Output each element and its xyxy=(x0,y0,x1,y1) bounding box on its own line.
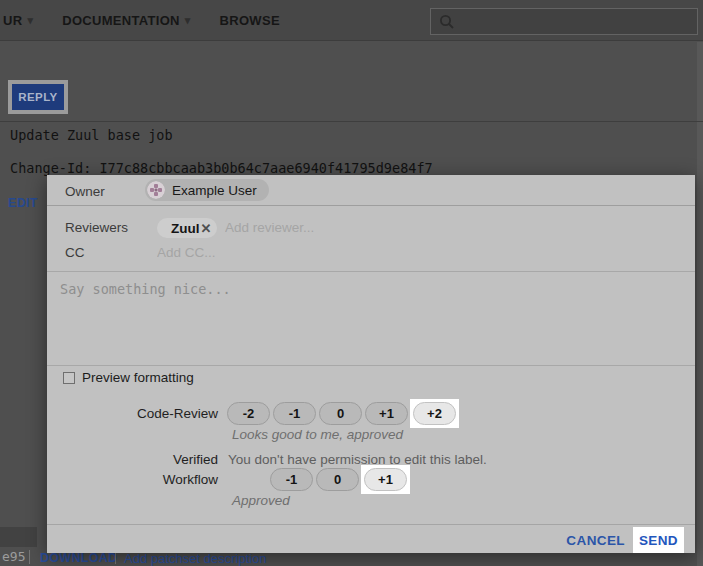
code-review-description: Looks good to me, approved xyxy=(232,427,403,442)
divider xyxy=(0,121,703,122)
add-patchset-description-link[interactable]: Add patchset description xyxy=(124,551,266,566)
preview-formatting-label: Preview formatting xyxy=(82,370,194,385)
reply-button[interactable]: REPLY xyxy=(12,84,64,110)
workflow-buttons: -1 0 +1 xyxy=(270,468,409,491)
send-button[interactable]: SEND xyxy=(639,533,678,548)
code-review-label: Code-Review xyxy=(47,406,218,421)
code-review-buttons: -2 -1 0 +1 +2 xyxy=(227,402,458,425)
cc-label: CC xyxy=(65,245,85,260)
verified-permission-message: You don't have permission to edit this l… xyxy=(228,452,487,467)
divider xyxy=(29,550,30,564)
verified-label: Verified xyxy=(47,452,218,467)
nav-item-ur[interactable]: UR ▾ xyxy=(3,13,33,28)
nav-item-label: BROWSE xyxy=(220,13,280,28)
commit-title: Update Zuul base job xyxy=(10,127,173,143)
search-icon xyxy=(439,14,455,30)
page-footer-block xyxy=(0,527,37,547)
edit-link[interactable]: EDIT xyxy=(8,196,38,210)
chevron-down-icon: ▾ xyxy=(185,15,191,26)
search-box[interactable] xyxy=(430,8,698,35)
preview-formatting-checkbox[interactable] xyxy=(63,372,75,384)
code-review-minus1-button[interactable]: -1 xyxy=(273,402,316,425)
close-icon[interactable]: ✕ xyxy=(201,221,212,236)
code-review-plus1-button[interactable]: +1 xyxy=(365,402,408,425)
code-review-zero-button[interactable]: 0 xyxy=(319,402,362,425)
workflow-label: Workflow xyxy=(47,472,218,487)
download-link[interactable]: DOWNLOAD xyxy=(40,551,117,565)
nav-item-label: DOCUMENTATION xyxy=(62,13,180,28)
nav-item-browse[interactable]: BROWSE xyxy=(220,13,280,28)
reviewer-chip[interactable]: Zuul ✕ xyxy=(157,218,217,238)
nav-item-documentation[interactable]: DOCUMENTATION ▾ xyxy=(62,13,190,28)
workflow-plus1-button[interactable]: +1 xyxy=(364,468,407,491)
nav-item-label: UR xyxy=(3,13,22,28)
reply-dialog: Owner Example User Reviewers Zuul ✕ CC P… xyxy=(47,175,695,553)
owner-name: Example User xyxy=(172,183,257,198)
reply-button-highlight: REPLY xyxy=(8,80,68,114)
cancel-button[interactable]: CANCEL xyxy=(560,532,631,549)
code-review-minus2-button[interactable]: -2 xyxy=(227,402,270,425)
owner-chip[interactable]: Example User xyxy=(145,179,269,201)
add-reviewer-input[interactable] xyxy=(223,219,443,236)
change-id-line: Change-Id: I77c88cbbcaab3b0b64c7aae6940f… xyxy=(10,160,433,176)
search-input[interactable] xyxy=(461,13,697,30)
workflow-zero-button[interactable]: 0 xyxy=(316,468,359,491)
divider xyxy=(47,365,695,366)
send-button-highlight: SEND xyxy=(633,527,684,553)
code-review-plus2-highlight: +2 xyxy=(410,399,459,428)
reply-message-textarea[interactable] xyxy=(47,272,695,364)
workflow-description: Approved xyxy=(232,493,290,508)
code-review-plus2-button[interactable]: +2 xyxy=(413,402,456,425)
reviewer-name: Zuul xyxy=(171,221,200,236)
avatar xyxy=(147,181,165,199)
add-cc-input[interactable] xyxy=(155,244,375,261)
preview-formatting-row: Preview formatting xyxy=(63,370,194,385)
workflow-minus1-button[interactable]: -1 xyxy=(270,468,313,491)
divider xyxy=(47,205,695,206)
patchset-ref: e95 xyxy=(2,549,25,564)
divider xyxy=(47,524,695,525)
owner-label: Owner xyxy=(65,184,105,199)
workflow-plus1-highlight: +1 xyxy=(361,465,410,494)
reviewers-label: Reviewers xyxy=(65,220,128,235)
chevron-down-icon: ▾ xyxy=(27,15,33,26)
